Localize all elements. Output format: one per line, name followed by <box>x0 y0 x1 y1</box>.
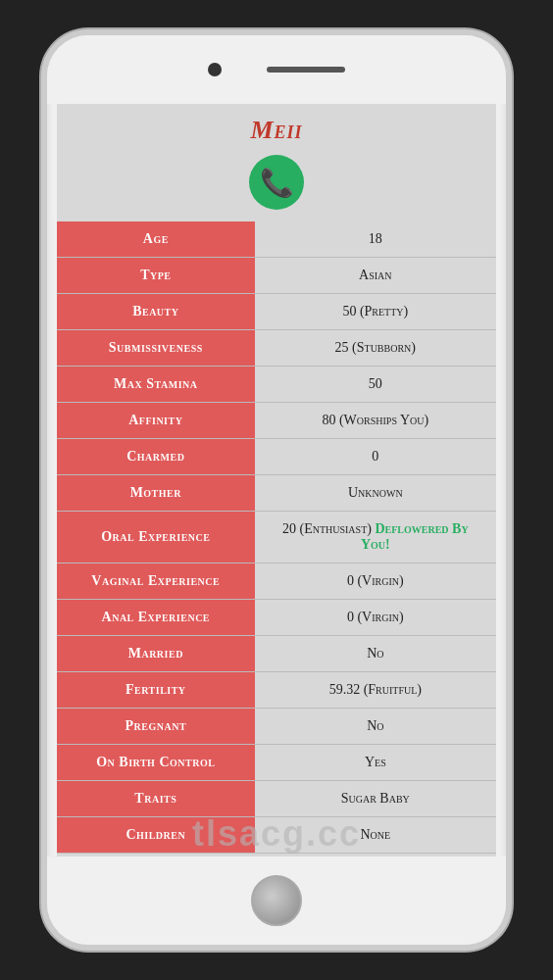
stat-value: Yes <box>255 745 496 781</box>
stat-label: Fertility <box>57 672 255 709</box>
stat-label: Children <box>57 817 255 854</box>
stat-value: 18 <box>255 221 496 258</box>
front-camera <box>208 63 222 76</box>
stat-value-plain: 20 (Enthusiast) <box>282 521 372 536</box>
table-row: Oral Experience20 (Enthusiast) Deflowere… <box>57 512 496 564</box>
stat-value: 50 (Pretty) <box>255 294 496 330</box>
stat-label: Age <box>57 221 255 258</box>
stat-value: None <box>255 817 496 854</box>
table-row: TypeAsian <box>57 258 496 294</box>
table-row: Anal Experience0 (Virgin) <box>57 600 496 636</box>
stat-label: Charmed <box>57 439 255 475</box>
stat-value: Unknown <box>255 475 496 512</box>
table-row: Submissiveness25 (Stubborn) <box>57 330 496 367</box>
stat-label: On Birth Control <box>57 745 255 781</box>
phone-bottom <box>47 857 506 945</box>
stat-value: 25 (Stubborn) <box>255 330 496 367</box>
table-row: Affinity80 (Worships You) <box>57 403 496 439</box>
stat-value: 80 (Worships You) <box>255 403 496 439</box>
stat-label: Vaginal Experience <box>57 564 255 600</box>
table-row: Max Stamina50 <box>57 367 496 403</box>
stats-table: Age18TypeAsianBeauty50 (Pretty)Submissiv… <box>57 221 496 854</box>
table-row: Fertility59.32 (Fruitful) <box>57 672 496 709</box>
table-row: On Birth ControlYes <box>57 745 496 781</box>
call-button[interactable]: 📞 <box>249 155 304 210</box>
profile-header: Meii 📞 <box>57 116 496 210</box>
table-row: MotherUnknown <box>57 475 496 512</box>
table-row: Age18 <box>57 221 496 258</box>
stat-label: Mother <box>57 475 255 512</box>
stat-label: Affinity <box>57 403 255 439</box>
table-row: Beauty50 (Pretty) <box>57 294 496 330</box>
stat-value: 20 (Enthusiast) Deflowered By You! <box>255 512 496 564</box>
table-row: ChildrenNone <box>57 817 496 854</box>
table-row: Vaginal Experience0 (Virgin) <box>57 564 496 600</box>
stat-value: 59.32 (Fruitful) <box>255 672 496 709</box>
phone-icon: 📞 <box>260 167 294 199</box>
stat-value-highlight: Deflowered By You! <box>361 521 469 552</box>
table-row: PregnantNo <box>57 709 496 745</box>
stat-label: Married <box>57 636 255 672</box>
stat-value: No <box>255 636 496 672</box>
table-row: Charmed0 <box>57 439 496 475</box>
stat-value: No <box>255 709 496 745</box>
profile-name: Meii <box>67 116 486 145</box>
phone-top <box>47 35 506 104</box>
stat-value: 0 (Virgin) <box>255 564 496 600</box>
stat-label: Type <box>57 258 255 294</box>
scrollable-content[interactable]: Meii 📞 Age18TypeAsianBeauty50 (Pretty)Su… <box>57 104 496 857</box>
stat-label: Submissiveness <box>57 330 255 367</box>
stat-label: Beauty <box>57 294 255 330</box>
stat-label: Oral Experience <box>57 512 255 564</box>
phone-frame: Meii 📞 Age18TypeAsianBeauty50 (Pretty)Su… <box>41 29 512 951</box>
stat-label: Anal Experience <box>57 600 255 636</box>
stat-label: Traits <box>57 781 255 817</box>
stat-label: Pregnant <box>57 709 255 745</box>
stat-label: Max Stamina <box>57 367 255 403</box>
stat-value: Asian <box>255 258 496 294</box>
phone-speaker <box>267 67 345 73</box>
phone-screen: Meii 📞 Age18TypeAsianBeauty50 (Pretty)Su… <box>57 104 496 857</box>
stat-value: 50 <box>255 367 496 403</box>
table-row: MarriedNo <box>57 636 496 672</box>
table-row: TraitsSugar Baby <box>57 781 496 817</box>
stat-value: 0 <box>255 439 496 475</box>
stat-value: Sugar Baby <box>255 781 496 817</box>
stat-value: 0 (Virgin) <box>255 600 496 636</box>
home-button[interactable] <box>251 875 302 926</box>
